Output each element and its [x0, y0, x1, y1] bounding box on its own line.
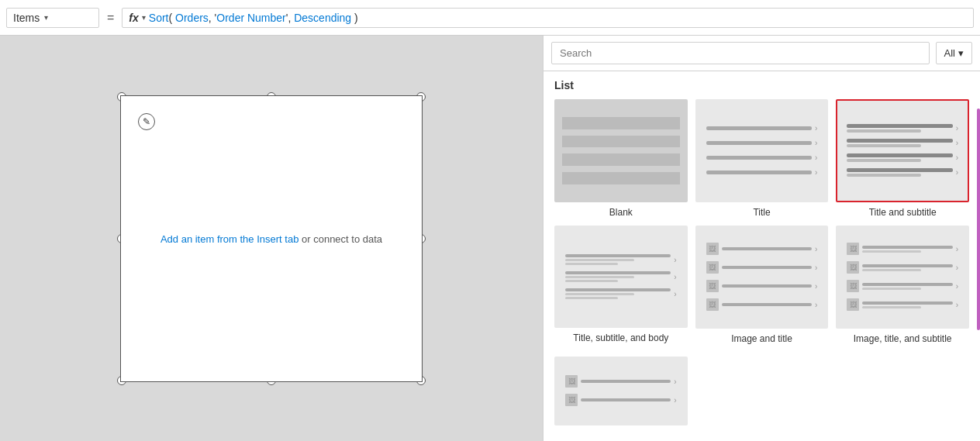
img-line-sub — [862, 306, 921, 308]
all-dropdown[interactable]: All ▾ — [936, 42, 972, 64]
img-line-main — [862, 264, 952, 267]
layout-preview-title-subtitle: › › — [836, 99, 969, 202]
layout-preview-image-title-subtitle: 🖼 › 🖼 — [836, 226, 969, 329]
img-line-main — [565, 271, 671, 274]
panel-search-bar: All ▾ — [543, 36, 980, 71]
img-arrow-icon: › — [674, 273, 676, 281]
img-lines — [862, 301, 952, 308]
title-arrow-icon: › — [815, 153, 817, 162]
layout-label-image-title: Image and title — [731, 333, 792, 344]
it-row-2: 🖼 › — [706, 261, 818, 274]
edit-icon[interactable]: ✎ — [138, 113, 155, 130]
all-label: All — [944, 47, 955, 59]
img-line-main — [862, 301, 952, 305]
ts-line-main — [847, 153, 952, 157]
layout-item-title-subtitle-body[interactable]: › › — [554, 226, 688, 344]
img-line-sub — [862, 250, 921, 253]
img-arrow-icon: › — [674, 396, 676, 405]
img-line-main — [581, 380, 671, 383]
img-thumb-icon: 🖼 — [565, 394, 578, 406]
ts-line-sub — [847, 159, 920, 162]
canvas-normal-text: or connect to data — [298, 233, 382, 244]
formula-bar[interactable]: fx ▾ Sort( Orders, 'Order Number', Desce… — [122, 8, 974, 28]
tsb-inner: › › — [556, 227, 686, 327]
img-arrow-icon: › — [815, 301, 817, 309]
img-line-main — [862, 246, 952, 249]
tsb-row-1: › — [565, 254, 677, 265]
img-lines — [565, 288, 671, 299]
img-lines — [565, 254, 671, 265]
img-thumb-icon: 🖼 — [847, 243, 859, 255]
layout-item-title[interactable]: › › › › — [695, 99, 829, 218]
panel-scrollbar[interactable] — [975, 71, 980, 441]
items-dropdown[interactable]: Items ▾ — [6, 8, 99, 28]
blank-row-3 — [562, 153, 680, 166]
section-label: List — [554, 79, 969, 91]
img-line-sub — [565, 276, 634, 278]
img-thumb-icon: 🖼 — [847, 280, 859, 292]
ts-arrow-icon: › — [956, 139, 958, 147]
ts-line-main — [847, 168, 952, 172]
canvas-link-text[interactable]: Add an item from the Insert tab — [160, 233, 298, 244]
main-area: ✎ Add an item from the Insert tab or con… — [0, 36, 980, 441]
title-row-1: › — [706, 124, 818, 133]
its-inner: 🖼 › 🖼 — [837, 227, 968, 327]
img-line-main — [722, 266, 812, 269]
canvas-area: ✎ Add an item from the Insert tab or con… — [0, 36, 543, 441]
ts-row-2: › — [847, 139, 958, 147]
blank-row-1 — [562, 117, 680, 129]
it-row-1: 🖼 › — [706, 243, 818, 255]
layout-item-image-title-subtitle[interactable]: 🖼 › 🖼 — [836, 226, 969, 344]
ts-lines — [847, 168, 952, 177]
img-line-sub2 — [565, 280, 618, 282]
layout-preview-blank — [554, 99, 688, 202]
img-thumb-icon: 🖼 — [847, 298, 859, 311]
its-row-4: 🖼 › — [847, 298, 958, 311]
layout-item-blank[interactable]: Blank — [554, 99, 688, 218]
blank-row-2 — [562, 136, 680, 148]
ts-arrow-icon: › — [956, 168, 958, 177]
title-line — [706, 156, 812, 160]
its-row-3: 🖼 › — [847, 280, 958, 292]
layout-label-title-subtitle: Title and subtitle — [869, 207, 937, 218]
chevron-down-icon: ▾ — [44, 13, 48, 22]
ts-line-main — [847, 139, 952, 143]
layout-label-blank: Blank — [609, 207, 633, 218]
panel-scrollbar-thumb — [977, 109, 980, 330]
layout-grid: Blank › › — [554, 99, 969, 344]
ts-arrow-icon: › — [956, 153, 958, 162]
search-input[interactable] — [551, 42, 930, 64]
partial-row-1: 🖼 › — [565, 375, 677, 388]
img-arrow-icon: › — [956, 264, 958, 272]
layout-preview-partial: 🖼 › 🖼 › — [554, 357, 688, 426]
ts-line-sub — [847, 144, 920, 147]
layout-item-image-title[interactable]: 🖼 › 🖼 › — [695, 226, 829, 344]
img-line-sub2 — [565, 297, 618, 299]
img-arrow-icon: › — [674, 256, 676, 264]
title-arrow-icon: › — [815, 139, 817, 147]
layout-item-partial[interactable]: 🖼 › 🖼 › — [554, 357, 688, 426]
ts-lines — [847, 124, 952, 133]
canvas-container: ✎ Add an item from the Insert tab or con… — [105, 80, 438, 398]
img-arrow-icon: › — [956, 245, 958, 253]
items-label: Items — [13, 12, 40, 24]
canvas-box: ✎ Add an item from the Insert tab or con… — [120, 95, 423, 382]
tsb-row-2: › — [565, 271, 677, 282]
img-lines — [581, 398, 671, 401]
title-arrow-icon: › — [815, 124, 817, 133]
layout-grid-partial: 🖼 › 🖼 › — [554, 357, 969, 426]
img-line-main — [565, 254, 671, 257]
img-arrow-icon: › — [674, 290, 676, 298]
img-thumb-icon: 🖼 — [706, 280, 719, 292]
title-row-2: › — [706, 139, 818, 147]
title-line — [706, 171, 812, 174]
layout-item-title-subtitle[interactable]: › › — [836, 99, 969, 218]
img-lines — [862, 246, 952, 253]
img-arrow-icon: › — [674, 377, 676, 386]
img-lines — [722, 266, 812, 269]
formula-text: Sort( Orders, 'Order Number', Descending… — [149, 12, 967, 24]
img-thumb-icon: 🖼 — [565, 375, 578, 388]
it-row-3: 🖼 › — [706, 280, 818, 292]
img-thumb-icon: 🖼 — [706, 261, 719, 274]
ts-row-1: › — [847, 124, 958, 133]
